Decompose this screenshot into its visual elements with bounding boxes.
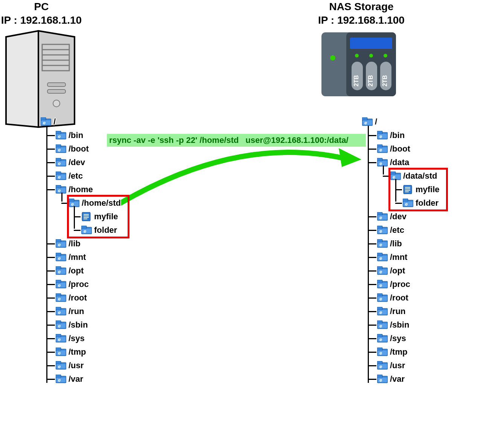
tree-dir: /mnt bbox=[41, 250, 121, 264]
folder-icon bbox=[56, 144, 66, 153]
folder-icon bbox=[56, 361, 66, 370]
folder-icon bbox=[377, 307, 388, 316]
tree-dir: /run bbox=[41, 305, 121, 318]
nas-title: NAS Storage bbox=[312, 0, 410, 14]
file-icon bbox=[81, 212, 92, 221]
tree-dir: /opt bbox=[362, 264, 440, 278]
tree-dir: /boot bbox=[41, 142, 121, 156]
folder-icon bbox=[377, 253, 388, 262]
svg-rect-14 bbox=[47, 83, 65, 87]
folder-icon bbox=[377, 266, 388, 275]
folder-icon bbox=[56, 293, 66, 302]
pc-ip: IP : 192.168.1.10 bbox=[0, 14, 83, 27]
tree-dir: /sys bbox=[362, 332, 440, 345]
pc-title: PC bbox=[0, 0, 83, 14]
folder-icon bbox=[377, 320, 388, 329]
tree-dir: /root bbox=[362, 291, 440, 305]
svg-text:2TB: 2TB bbox=[353, 75, 359, 87]
tree-dir: /dev bbox=[41, 156, 121, 169]
tree-dir: /proc bbox=[362, 278, 440, 291]
tree-dir: /var bbox=[41, 372, 121, 386]
folder-icon bbox=[56, 320, 66, 329]
svg-rect-15 bbox=[47, 90, 65, 93]
folder-icon bbox=[377, 280, 388, 289]
folder-icon bbox=[403, 199, 413, 208]
folder-icon bbox=[377, 226, 388, 235]
folder-icon bbox=[56, 307, 66, 316]
tree-dir: /dev bbox=[362, 210, 440, 223]
tree-dir: /boot bbox=[362, 142, 440, 156]
transfer-arrow-icon bbox=[113, 147, 361, 211]
tree-dir-data: /data bbox=[362, 156, 440, 169]
folder-icon bbox=[377, 361, 388, 370]
folder-icon bbox=[56, 172, 66, 181]
folder-icon bbox=[377, 334, 388, 343]
folder-icon bbox=[377, 131, 388, 140]
tree-dir: /tmp bbox=[362, 345, 440, 359]
folder-icon bbox=[56, 253, 66, 262]
tree-dir-home-std: /home/std bbox=[41, 196, 121, 210]
tree-dir: /run bbox=[362, 305, 440, 318]
tree-dir: /mnt bbox=[362, 250, 440, 264]
svg-rect-19 bbox=[350, 38, 392, 49]
pc-filesystem-tree: / /bin /boot /dev /etc /home /home/std m… bbox=[41, 115, 121, 386]
tree-root: / bbox=[362, 115, 440, 129]
svg-point-16 bbox=[53, 100, 60, 107]
folder-icon bbox=[56, 334, 66, 343]
tree-dir: /etc bbox=[362, 223, 440, 237]
tree-file-myfile: myfile bbox=[362, 183, 440, 196]
rsync-command-src: rsync -av -e 'ssh -p 22' /home/std bbox=[109, 135, 239, 145]
svg-point-22 bbox=[369, 54, 373, 58]
tree-root: / bbox=[41, 115, 121, 129]
tree-dir: /bin bbox=[41, 129, 121, 142]
folder-icon bbox=[56, 266, 66, 275]
folder-icon bbox=[56, 131, 66, 140]
rsync-command: rsync -av -e 'ssh -p 22' /home/std user@… bbox=[107, 134, 366, 147]
rsync-command-dest: user@192.168.1.100:/data/ bbox=[245, 135, 348, 145]
file-icon bbox=[403, 185, 413, 194]
tree-dir-folder: folder bbox=[41, 223, 121, 237]
tree-dir: /proc bbox=[41, 278, 121, 291]
svg-text:2TB: 2TB bbox=[367, 75, 374, 87]
folder-icon bbox=[377, 375, 388, 384]
pc-header: PC IP : 192.168.1.10 bbox=[0, 0, 83, 27]
tree-dir: /opt bbox=[41, 264, 121, 278]
tree-dir-data-std: /data/std bbox=[362, 169, 440, 183]
svg-text:2TB: 2TB bbox=[382, 75, 388, 87]
svg-marker-30 bbox=[339, 148, 361, 167]
svg-point-23 bbox=[384, 54, 387, 58]
folder-icon bbox=[56, 375, 66, 384]
tree-dir: /sbin bbox=[41, 318, 121, 332]
folder-icon bbox=[56, 348, 66, 357]
nas-drive-0: 2TB bbox=[352, 62, 363, 90]
nas-filesystem-tree: / /bin /boot /data /data/std myfile fold… bbox=[362, 115, 440, 386]
folder-icon bbox=[56, 185, 66, 194]
nas-ip: IP : 192.168.1.100 bbox=[312, 14, 410, 27]
tree-dir: /tmp bbox=[41, 345, 121, 359]
tree-file-myfile: myfile bbox=[41, 210, 121, 223]
folder-icon bbox=[377, 348, 388, 357]
folder-icon bbox=[56, 158, 66, 167]
tree-dir: /lib bbox=[362, 237, 440, 250]
tree-dir: /sbin bbox=[362, 318, 440, 332]
tree-dir-folder: folder bbox=[362, 196, 440, 210]
nas-drive-1: 2TB bbox=[366, 62, 377, 90]
tree-dir: /usr bbox=[362, 359, 440, 372]
folder-icon bbox=[377, 239, 388, 248]
nas-header: NAS Storage IP : 192.168.1.100 bbox=[312, 0, 410, 27]
tree-dir: /bin bbox=[362, 129, 440, 142]
tree-dir-home: /home bbox=[41, 183, 121, 196]
folder-icon bbox=[377, 144, 388, 153]
nas-device-icon: 2TB 2TB 2TB bbox=[321, 32, 396, 96]
folder-icon bbox=[81, 226, 92, 235]
folder-icon bbox=[41, 117, 51, 126]
nas-drive-2: 2TB bbox=[380, 62, 391, 90]
svg-point-20 bbox=[330, 55, 335, 61]
svg-point-21 bbox=[355, 54, 359, 58]
pc-tower-icon bbox=[5, 30, 76, 128]
tree-dir: /etc bbox=[41, 169, 121, 183]
folder-icon bbox=[56, 280, 66, 289]
tree-dir: /lib bbox=[41, 237, 121, 250]
folder-icon bbox=[56, 239, 66, 248]
tree-dir: /var bbox=[362, 372, 440, 386]
